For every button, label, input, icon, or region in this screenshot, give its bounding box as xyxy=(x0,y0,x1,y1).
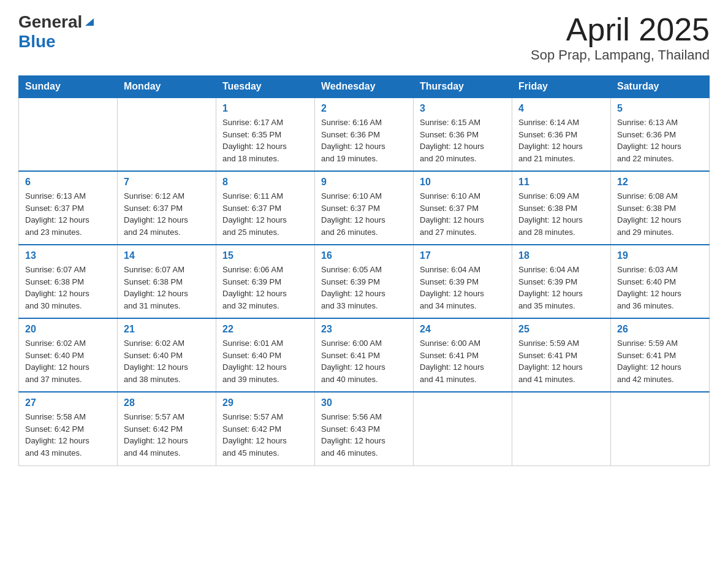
calendar-cell: 28Sunrise: 5:57 AM Sunset: 6:42 PM Dayli… xyxy=(118,392,216,465)
location-title: Sop Prap, Lampang, Thailand xyxy=(531,47,710,63)
day-info: Sunrise: 6:08 AM Sunset: 6:38 PM Dayligh… xyxy=(617,190,703,238)
calendar-cell: 20Sunrise: 6:02 AM Sunset: 6:40 PM Dayli… xyxy=(19,318,118,392)
col-sunday: Sunday xyxy=(19,76,118,98)
day-info: Sunrise: 6:13 AM Sunset: 6:37 PM Dayligh… xyxy=(25,190,111,238)
calendar-header-row: Sunday Monday Tuesday Wednesday Thursday… xyxy=(19,76,710,98)
calendar-week-row: 13Sunrise: 6:07 AM Sunset: 6:38 PM Dayli… xyxy=(19,245,710,318)
calendar-cell: 24Sunrise: 6:00 AM Sunset: 6:41 PM Dayli… xyxy=(414,318,512,392)
col-tuesday: Tuesday xyxy=(216,76,315,98)
day-number: 23 xyxy=(321,324,407,335)
day-info: Sunrise: 5:57 AM Sunset: 6:42 PM Dayligh… xyxy=(222,411,308,459)
day-info: Sunrise: 6:13 AM Sunset: 6:36 PM Dayligh… xyxy=(617,117,703,164)
col-saturday: Saturday xyxy=(611,76,710,98)
calendar-cell xyxy=(611,392,710,465)
col-wednesday: Wednesday xyxy=(315,76,414,98)
day-info: Sunrise: 6:10 AM Sunset: 6:37 PM Dayligh… xyxy=(420,190,506,238)
day-number: 27 xyxy=(25,397,111,408)
calendar-week-row: 27Sunrise: 5:58 AM Sunset: 6:42 PM Dayli… xyxy=(19,392,710,465)
day-info: Sunrise: 6:00 AM Sunset: 6:41 PM Dayligh… xyxy=(321,337,407,385)
day-number: 8 xyxy=(222,177,308,188)
calendar-cell xyxy=(414,392,512,465)
day-info: Sunrise: 5:56 AM Sunset: 6:43 PM Dayligh… xyxy=(321,411,407,459)
day-info: Sunrise: 5:58 AM Sunset: 6:42 PM Dayligh… xyxy=(25,411,111,459)
calendar-week-row: 1Sunrise: 6:17 AM Sunset: 6:35 PM Daylig… xyxy=(19,98,710,171)
calendar-cell: 8Sunrise: 6:11 AM Sunset: 6:37 PM Daylig… xyxy=(216,171,315,245)
logo-general-text: General xyxy=(18,12,82,32)
day-number: 9 xyxy=(321,177,407,188)
day-number: 18 xyxy=(518,250,604,261)
day-info: Sunrise: 6:04 AM Sunset: 6:39 PM Dayligh… xyxy=(420,264,506,312)
day-number: 15 xyxy=(222,250,308,261)
calendar-cell: 9Sunrise: 6:10 AM Sunset: 6:37 PM Daylig… xyxy=(315,171,414,245)
day-number: 7 xyxy=(124,177,210,188)
day-number: 13 xyxy=(25,250,111,261)
calendar-cell: 3Sunrise: 6:15 AM Sunset: 6:36 PM Daylig… xyxy=(414,98,512,171)
month-title: April 2025 xyxy=(531,12,710,47)
day-number: 22 xyxy=(222,324,308,335)
day-info: Sunrise: 6:06 AM Sunset: 6:39 PM Dayligh… xyxy=(222,264,308,312)
day-info: Sunrise: 6:07 AM Sunset: 6:38 PM Dayligh… xyxy=(25,264,111,312)
day-number: 17 xyxy=(420,250,506,261)
calendar-cell: 25Sunrise: 5:59 AM Sunset: 6:41 PM Dayli… xyxy=(512,318,611,392)
calendar-cell: 19Sunrise: 6:03 AM Sunset: 6:40 PM Dayli… xyxy=(611,245,710,318)
logo-triangle-icon xyxy=(84,16,95,29)
calendar-week-row: 20Sunrise: 6:02 AM Sunset: 6:40 PM Dayli… xyxy=(19,318,710,392)
calendar-cell: 5Sunrise: 6:13 AM Sunset: 6:36 PM Daylig… xyxy=(611,98,710,171)
calendar-cell: 1Sunrise: 6:17 AM Sunset: 6:35 PM Daylig… xyxy=(216,98,315,171)
calendar-cell xyxy=(118,98,216,171)
day-info: Sunrise: 6:02 AM Sunset: 6:40 PM Dayligh… xyxy=(25,337,111,385)
day-info: Sunrise: 5:59 AM Sunset: 6:41 PM Dayligh… xyxy=(617,337,703,385)
calendar-cell: 26Sunrise: 5:59 AM Sunset: 6:41 PM Dayli… xyxy=(611,318,710,392)
calendar-cell: 23Sunrise: 6:00 AM Sunset: 6:41 PM Dayli… xyxy=(315,318,414,392)
day-number: 30 xyxy=(321,397,407,408)
calendar-cell: 27Sunrise: 5:58 AM Sunset: 6:42 PM Dayli… xyxy=(19,392,118,465)
day-info: Sunrise: 6:16 AM Sunset: 6:36 PM Dayligh… xyxy=(321,117,407,164)
title-section: April 2025 Sop Prap, Lampang, Thailand xyxy=(531,12,710,63)
calendar-cell: 4Sunrise: 6:14 AM Sunset: 6:36 PM Daylig… xyxy=(512,98,611,171)
calendar-cell: 29Sunrise: 5:57 AM Sunset: 6:42 PM Dayli… xyxy=(216,392,315,465)
day-number: 28 xyxy=(124,397,210,408)
day-number: 29 xyxy=(222,397,308,408)
calendar-cell: 22Sunrise: 6:01 AM Sunset: 6:40 PM Dayli… xyxy=(216,318,315,392)
day-number: 6 xyxy=(25,177,111,188)
day-info: Sunrise: 6:11 AM Sunset: 6:37 PM Dayligh… xyxy=(222,190,308,238)
col-monday: Monday xyxy=(118,76,216,98)
day-info: Sunrise: 6:04 AM Sunset: 6:39 PM Dayligh… xyxy=(518,264,604,312)
page-header: General Blue April 2025 Sop Prap, Lampan… xyxy=(18,12,710,63)
calendar-cell xyxy=(19,98,118,171)
logo-blue-text: Blue xyxy=(18,32,56,51)
calendar-cell: 14Sunrise: 6:07 AM Sunset: 6:38 PM Dayli… xyxy=(118,245,216,318)
day-number: 25 xyxy=(518,324,604,335)
logo: General Blue xyxy=(18,12,95,52)
day-info: Sunrise: 6:00 AM Sunset: 6:41 PM Dayligh… xyxy=(420,337,506,385)
svg-marker-0 xyxy=(85,18,94,26)
day-number: 4 xyxy=(518,103,604,114)
calendar-cell: 6Sunrise: 6:13 AM Sunset: 6:37 PM Daylig… xyxy=(19,171,118,245)
calendar-cell: 12Sunrise: 6:08 AM Sunset: 6:38 PM Dayli… xyxy=(611,171,710,245)
day-number: 3 xyxy=(420,103,506,114)
day-number: 21 xyxy=(124,324,210,335)
day-number: 24 xyxy=(420,324,506,335)
day-info: Sunrise: 6:01 AM Sunset: 6:40 PM Dayligh… xyxy=(222,337,308,385)
calendar-cell: 21Sunrise: 6:02 AM Sunset: 6:40 PM Dayli… xyxy=(118,318,216,392)
day-info: Sunrise: 5:57 AM Sunset: 6:42 PM Dayligh… xyxy=(124,411,210,459)
calendar-cell: 10Sunrise: 6:10 AM Sunset: 6:37 PM Dayli… xyxy=(414,171,512,245)
day-info: Sunrise: 6:07 AM Sunset: 6:38 PM Dayligh… xyxy=(124,264,210,312)
day-number: 14 xyxy=(124,250,210,261)
day-number: 5 xyxy=(617,103,703,114)
day-number: 10 xyxy=(420,177,506,188)
day-number: 12 xyxy=(617,177,703,188)
day-number: 26 xyxy=(617,324,703,335)
calendar-cell: 11Sunrise: 6:09 AM Sunset: 6:38 PM Dayli… xyxy=(512,171,611,245)
day-info: Sunrise: 6:15 AM Sunset: 6:36 PM Dayligh… xyxy=(420,117,506,164)
day-info: Sunrise: 6:02 AM Sunset: 6:40 PM Dayligh… xyxy=(124,337,210,385)
day-info: Sunrise: 6:05 AM Sunset: 6:39 PM Dayligh… xyxy=(321,264,407,312)
day-number: 1 xyxy=(222,103,308,114)
col-thursday: Thursday xyxy=(414,76,512,98)
calendar-cell: 16Sunrise: 6:05 AM Sunset: 6:39 PM Dayli… xyxy=(315,245,414,318)
day-info: Sunrise: 6:12 AM Sunset: 6:37 PM Dayligh… xyxy=(124,190,210,238)
calendar-cell: 30Sunrise: 5:56 AM Sunset: 6:43 PM Dayli… xyxy=(315,392,414,465)
calendar-cell: 18Sunrise: 6:04 AM Sunset: 6:39 PM Dayli… xyxy=(512,245,611,318)
col-friday: Friday xyxy=(512,76,611,98)
day-number: 2 xyxy=(321,103,407,114)
